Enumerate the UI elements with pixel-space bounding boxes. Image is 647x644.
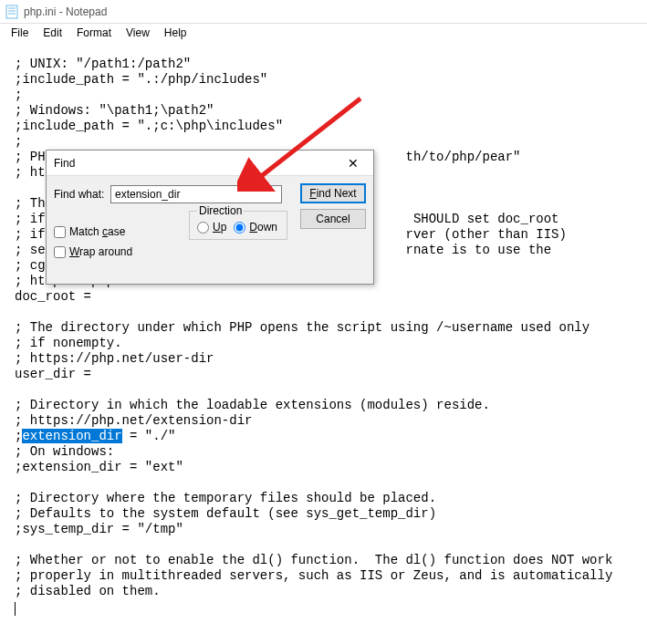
find-dialog-title: Find xyxy=(54,157,75,170)
editor-line: ; Defaults to the system default (see sy… xyxy=(15,506,436,521)
notepad-icon xyxy=(5,5,18,19)
window-titlebar: php.ini - Notepad xyxy=(0,0,647,24)
direction-group: Direction Up Down xyxy=(189,211,287,240)
match-case-label: Match case xyxy=(69,225,125,238)
find-dialog-body: Find what: Find Next Cancel Direction Up… xyxy=(47,176,373,284)
menu-format[interactable]: Format xyxy=(69,25,119,41)
direction-down-radio[interactable]: Down xyxy=(234,221,277,234)
find-dialog-titlebar[interactable]: Find ✕ xyxy=(47,151,373,176)
direction-up-radio[interactable]: Up xyxy=(197,221,226,234)
wrap-around-label: Wrap around xyxy=(69,245,132,258)
search-match-highlight: extension_dir xyxy=(22,429,121,443)
find-next-button[interactable]: Find Next xyxy=(300,183,366,203)
editor-line: ; disabled on them. xyxy=(15,584,161,598)
editor-line: = "./" xyxy=(122,429,176,443)
menu-view[interactable]: View xyxy=(119,25,157,41)
editor-line: doc_root = xyxy=(15,289,91,304)
find-what-label: Find what: xyxy=(54,188,105,201)
editor-line: ; xyxy=(15,88,22,102)
match-case-checkbox[interactable]: Match case xyxy=(54,225,132,238)
editor-line: ; xyxy=(15,134,22,149)
editor-line: ; The directory under which PHP opens th… xyxy=(15,320,590,335)
editor-line: user_dir = xyxy=(15,367,91,381)
editor-line: ; On windows: xyxy=(15,444,114,459)
direction-label: Direction xyxy=(197,204,244,217)
text-caret xyxy=(15,602,16,616)
editor-line: ; UNIX: "/path1:/path2" xyxy=(15,57,191,71)
editor-line: ; Windows: "\path1;\path2" xyxy=(15,103,214,118)
editor-line: ;include_path = ".;c:\php\includes" xyxy=(15,119,283,133)
editor-line: SHOULD set doc_root xyxy=(405,212,558,226)
menu-edit[interactable]: Edit xyxy=(36,25,69,41)
editor-line: rnate is to use the xyxy=(405,243,551,257)
svg-rect-0 xyxy=(6,5,17,18)
editor-line: ; properly in multithreaded servers, suc… xyxy=(15,568,612,583)
menu-file[interactable]: File xyxy=(4,25,36,41)
cancel-button[interactable]: Cancel xyxy=(300,209,366,229)
find-next-label: ind Next xyxy=(317,187,357,200)
editor-line: ; Directory in which the loadable extens… xyxy=(15,398,490,412)
editor-line: ;include_path = ".:/php/includes" xyxy=(15,72,267,87)
find-dialog: Find ✕ Find what: Find Next Cancel Direc… xyxy=(46,150,374,285)
editor-line: ;sys_temp_dir = "/tmp" xyxy=(15,522,183,536)
editor-line: ; if nonempty. xyxy=(15,336,122,350)
window-title: php.ini - Notepad xyxy=(24,5,107,18)
editor-line: ; Directory where the temporary files sh… xyxy=(15,491,436,505)
find-what-input[interactable] xyxy=(110,185,282,203)
close-icon[interactable]: ✕ xyxy=(340,153,366,173)
menubar: File Edit Format View Help xyxy=(0,24,647,42)
editor-line: ; https://php.net/user-dir xyxy=(15,351,214,366)
editor-area[interactable]: ; UNIX: "/path1:/path2" ;include_path = … xyxy=(0,42,647,615)
editor-line: th/to/php/pear" xyxy=(405,150,520,164)
wrap-around-checkbox[interactable]: Wrap around xyxy=(54,245,132,258)
editor-line: ; Whether or not to enable the dl() func… xyxy=(15,553,612,567)
editor-line: ; https://php.net/extension-dir xyxy=(15,413,252,428)
direction-up-label: Up xyxy=(213,221,226,234)
editor-line: ;extension_dir = "ext" xyxy=(15,460,183,474)
menu-help[interactable]: Help xyxy=(157,25,194,41)
direction-down-label: Down xyxy=(249,221,277,234)
editor-line: rver (other than IIS) xyxy=(405,227,566,242)
